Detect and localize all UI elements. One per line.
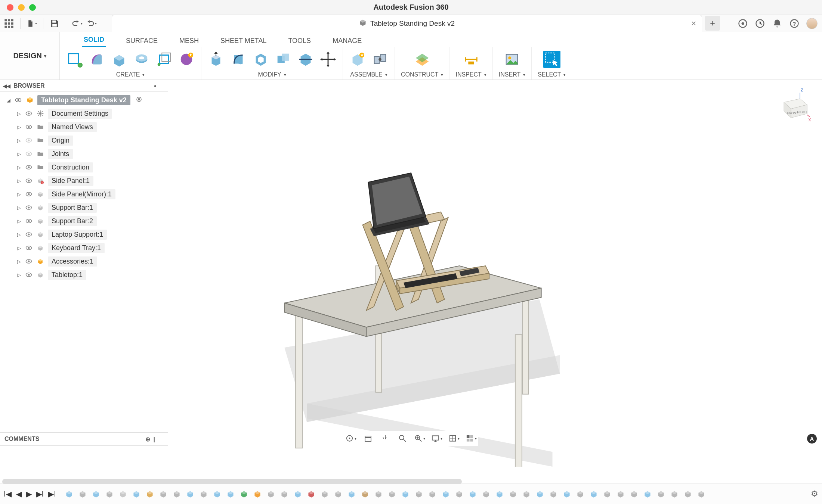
timeline-first-button[interactable]: I◀ <box>4 489 12 498</box>
minimize-window-button[interactable] <box>18 4 25 11</box>
timeline-feature[interactable] <box>643 489 652 499</box>
data-panel-button[interactable] <box>4 18 14 29</box>
visibility-toggle[interactable] <box>25 244 33 252</box>
timeline-feature[interactable] <box>333 489 343 499</box>
expand-icon[interactable]: ▷ <box>16 138 22 143</box>
visibility-toggle[interactable] <box>25 257 33 265</box>
timeline-feature[interactable] <box>293 489 303 499</box>
timeline-feature[interactable] <box>670 489 679 499</box>
timeline-prev-button[interactable]: ◀ <box>16 489 22 498</box>
visibility-toggle[interactable] <box>25 109 33 118</box>
autodesk-badge[interactable]: A <box>807 434 817 444</box>
visibility-toggle[interactable] <box>25 136 33 144</box>
help-button[interactable]: ? <box>789 18 800 29</box>
visibility-toggle[interactable] <box>25 177 33 185</box>
insert-button[interactable] <box>503 51 520 68</box>
timeline-feature[interactable] <box>414 489 424 499</box>
expand-icon[interactable]: ▷ <box>16 178 22 184</box>
timeline-feature[interactable] <box>360 489 370 499</box>
timeline-feature[interactable] <box>91 489 101 499</box>
visibility-toggle[interactable] <box>25 123 33 131</box>
group-label-insert[interactable]: INSERT <box>499 71 525 78</box>
timeline-feature[interactable] <box>320 489 330 499</box>
save-button[interactable] <box>49 18 60 29</box>
file-menu-button[interactable] <box>27 18 37 29</box>
ribbon-tab-sheet-metal[interactable]: SHEET METAL <box>219 35 268 47</box>
job-status-button[interactable] <box>755 18 765 29</box>
tree-item[interactable]: ▷Accessories:1 <box>4 255 168 268</box>
timeline-feature[interactable] <box>656 489 666 499</box>
timeline-feature[interactable] <box>279 489 289 499</box>
timeline-feature[interactable] <box>145 489 155 499</box>
visibility-toggle[interactable] <box>25 163 33 171</box>
grid-settings-button[interactable] <box>448 433 460 444</box>
timeline-feature[interactable] <box>387 489 397 499</box>
new-component-button[interactable]: ★ <box>349 51 366 68</box>
tree-item[interactable]: ▷Support Bar:1 <box>4 201 168 214</box>
document-tab[interactable]: Tabletop Standing Desk v2 ✕ <box>112 15 702 32</box>
look-at-button[interactable] <box>362 433 374 444</box>
visibility-toggle[interactable] <box>25 230 33 239</box>
timeline-feature[interactable] <box>508 489 518 499</box>
tree-item[interactable]: ▷Side Panel(Mirror):1 <box>4 187 168 201</box>
extrude-button[interactable] <box>111 51 128 68</box>
timeline-settings-button[interactable]: ⚙ <box>811 489 818 499</box>
create-form-button[interactable] <box>88 51 105 68</box>
timeline-feature[interactable] <box>589 489 599 499</box>
ribbon-tab-mesh[interactable]: MESH <box>178 35 200 47</box>
extensions-button[interactable] <box>738 18 748 29</box>
tree-item[interactable]: ▷Tabletop:1 <box>4 268 168 281</box>
timeline-feature[interactable] <box>158 489 168 499</box>
timeline-feature[interactable] <box>78 489 87 499</box>
zoom-button[interactable] <box>397 433 408 444</box>
ribbon-tab-surface[interactable]: SURFACE <box>124 35 159 47</box>
joint-button[interactable] <box>371 51 389 68</box>
visibility-toggle[interactable] <box>25 271 33 279</box>
visibility-toggle[interactable] <box>25 217 33 225</box>
undo-button[interactable] <box>72 18 83 29</box>
timeline-feature[interactable] <box>64 489 74 499</box>
expand-icon[interactable]: ▷ <box>16 232 22 237</box>
timeline-feature[interactable] <box>253 489 262 499</box>
tree-item[interactable]: ▷Joints <box>4 147 168 161</box>
measure-button[interactable] <box>463 51 480 68</box>
ribbon-tab-manage[interactable]: MANAGE <box>331 35 363 47</box>
timeline-feature[interactable] <box>306 489 316 499</box>
timeline-feature[interactable] <box>602 489 612 499</box>
tree-item[interactable]: ▷Document Settings <box>4 107 168 120</box>
expand-icon[interactable]: ▷ <box>16 111 22 116</box>
tree-item[interactable]: ▷Keyboard Tray:1 <box>4 241 168 255</box>
timeline-feature[interactable] <box>226 489 235 499</box>
maximize-window-button[interactable] <box>29 4 36 11</box>
split-body-button[interactable] <box>297 51 314 68</box>
press-pull-button[interactable] <box>207 51 225 68</box>
account-avatar[interactable] <box>806 18 818 29</box>
timeline-feature[interactable] <box>522 489 531 499</box>
combine-button[interactable] <box>275 51 292 68</box>
tree-root[interactable]: ◢ Tabletop Standing Desk v2 <box>4 93 168 107</box>
timeline-feature[interactable] <box>696 489 706 499</box>
close-window-button[interactable] <box>7 4 13 11</box>
ribbon-tab-tools[interactable]: TOOLS <box>287 35 312 47</box>
timeline-feature[interactable] <box>212 489 222 499</box>
box-button[interactable] <box>155 51 173 68</box>
timeline-feature[interactable] <box>199 489 208 499</box>
tree-item[interactable]: ▷Named Views <box>4 120 168 134</box>
timeline-feature[interactable] <box>427 489 437 499</box>
timeline-feature[interactable] <box>575 489 585 499</box>
timeline-feature[interactable] <box>562 489 572 499</box>
timeline-feature[interactable] <box>239 489 249 499</box>
expand-icon[interactable]: ▷ <box>16 151 22 157</box>
close-tab-button[interactable]: ✕ <box>691 19 696 28</box>
timeline-feature[interactable] <box>374 489 383 499</box>
timeline-last-button[interactable]: ▶I <box>48 489 56 498</box>
fillet-button[interactable] <box>230 51 247 68</box>
select-button[interactable] <box>543 51 560 68</box>
browser-header[interactable]: ◀◀ BROWSER ● <box>0 80 168 92</box>
display-settings-button[interactable] <box>431 433 442 444</box>
timeline-feature[interactable] <box>535 489 545 499</box>
timeline-feature[interactable] <box>266 489 276 499</box>
timeline-feature[interactable] <box>105 489 114 499</box>
timeline-feature[interactable] <box>548 489 558 499</box>
timeline-feature[interactable] <box>118 489 128 499</box>
